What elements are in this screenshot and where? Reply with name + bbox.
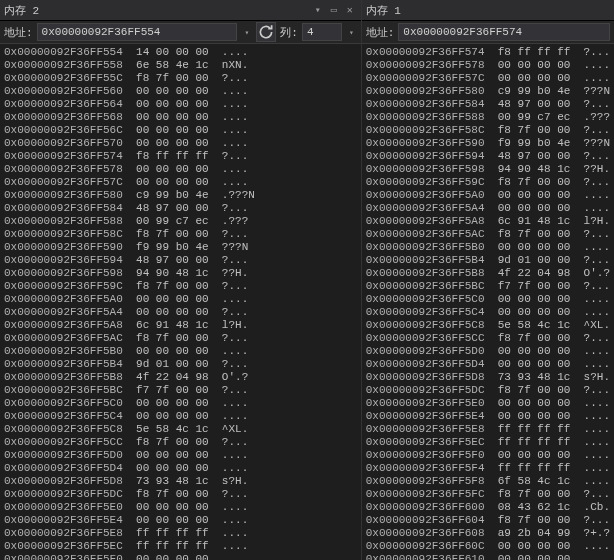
refresh-icon[interactable] [256,22,276,42]
address-input-1[interactable] [398,23,610,41]
memory-row[interactable]: 0x00000092F36FF608 a9 2b 04 99 ?+.? [366,527,610,540]
memory-row[interactable]: 0x00000092F36FF560 00 00 00 00 .... [4,85,357,98]
memory-row[interactable]: 0x00000092F36FF57C 00 00 00 00 .... [4,176,357,189]
memory-row[interactable]: 0x00000092F36FF59C f8 7f 00 00 ?... [366,176,610,189]
memory-row[interactable]: 0x00000092F36FF554 14 00 00 00 .... [4,46,357,59]
memory-row[interactable]: 0x00000092F36FF5B0 00 00 00 00 .... [366,241,610,254]
memory-pane-1: 内存 1 地址: 0x00000092F36FF574 f8 ff ff ff … [362,0,614,560]
memory-row[interactable]: 0x00000092F36FF5F0 00 00 00 00 .... [4,553,357,560]
memory-row[interactable]: 0x00000092F36FF588 00 99 c7 ec .??? [366,111,610,124]
memory-row[interactable]: 0x00000092F36FF5D4 00 00 00 00 .... [4,462,357,475]
memory-row[interactable]: 0x00000092F36FF5C4 00 00 00 00 .... [4,410,357,423]
memory-row[interactable]: 0x00000092F36FF5B8 4f 22 04 98 O'.? [4,371,357,384]
memory-row[interactable]: 0x00000092F36FF594 48 97 00 00 ?... [366,150,610,163]
memory-row[interactable]: 0x00000092F36FF5E0 00 00 00 00 .... [4,501,357,514]
memory-row[interactable]: 0x00000092F36FF5C8 5e 58 4c 1c ^XL. [4,423,357,436]
memory-row[interactable]: 0x00000092F36FF598 94 90 48 1c ??H. [4,267,357,280]
memory-row[interactable]: 0x00000092F36FF5C4 00 00 00 00 .... [366,306,610,319]
memory-row[interactable]: 0x00000092F36FF56C 00 00 00 00 .... [4,124,357,137]
memory-row[interactable]: 0x00000092F36FF570 00 00 00 00 .... [4,137,357,150]
memory-row[interactable]: 0x00000092F36FF574 f8 ff ff ff ?... [366,46,610,59]
memory-row[interactable]: 0x00000092F36FF5C8 5e 58 4c 1c ^XL. [366,319,610,332]
memory-row[interactable]: 0x00000092F36FF5A8 6c 91 48 1c l?H. [4,319,357,332]
memory-row[interactable]: 0x00000092F36FF580 c9 99 b0 4e .???N [4,189,357,202]
memory-row[interactable]: 0x00000092F36FF58C f8 7f 00 00 ?... [366,124,610,137]
memory-row[interactable]: 0x00000092F36FF5B4 9d 01 00 00 ?... [4,358,357,371]
memory-row[interactable]: 0x00000092F36FF578 00 00 00 00 .... [4,163,357,176]
memory-row[interactable]: 0x00000092F36FF574 f8 ff ff ff ?... [4,150,357,163]
memory-row[interactable]: 0x00000092F36FF5F4 ff ff ff ff .... [366,462,610,475]
memory-row[interactable]: 0x00000092F36FF5A8 6c 91 48 1c l?H. [366,215,610,228]
memory-row[interactable]: 0x00000092F36FF568 00 00 00 00 .... [4,111,357,124]
memory-row[interactable]: 0x00000092F36FF600 08 43 62 1c .Cb. [366,501,610,514]
memory-row[interactable]: 0x00000092F36FF5D8 73 93 48 1c s?H. [4,475,357,488]
memory-row[interactable]: 0x00000092F36FF5E8 ff ff ff ff .... [4,527,357,540]
memory-row[interactable]: 0x00000092F36FF5A0 00 00 00 00 .... [366,189,610,202]
memory-grid-2[interactable]: 0x00000092F36FF554 14 00 00 00 ....0x000… [0,44,361,560]
memory-row[interactable]: 0x00000092F36FF5D0 00 00 00 00 .... [4,449,357,462]
memory-grid-1[interactable]: 0x00000092F36FF574 f8 ff ff ff ?...0x000… [362,44,614,560]
memory-row[interactable]: 0x00000092F36FF5C0 00 00 00 00 .... [4,397,357,410]
memory-row[interactable]: 0x00000092F36FF5AC f8 7f 00 00 ?... [366,228,610,241]
memory-row[interactable]: 0x00000092F36FF5AC f8 7f 00 00 ?... [4,332,357,345]
memory-row[interactable]: 0x00000092F36FF598 94 90 48 1c ??H. [366,163,610,176]
pane-title-1: 内存 1 [366,3,610,18]
memory-row[interactable]: 0x00000092F36FF60C 00 00 00 00 .... [366,540,610,553]
address-input-2[interactable] [37,23,238,41]
memory-row[interactable]: 0x00000092F36FF584 48 97 00 00 ?... [366,98,610,111]
memory-row[interactable]: 0x00000092F36FF5FC f8 7f 00 00 ?... [366,488,610,501]
memory-row[interactable]: 0x00000092F36FF5F8 6f 58 4c 1c .... [366,475,610,488]
memory-row[interactable]: 0x00000092F36FF590 f9 99 b0 4e ???N [4,241,357,254]
memory-row[interactable]: 0x00000092F36FF5DC f8 7f 00 00 ?... [4,488,357,501]
dropdown-icon[interactable]: ▾ [311,3,325,17]
memory-row[interactable]: 0x00000092F36FF564 00 00 00 00 .... [4,98,357,111]
memory-row[interactable]: 0x00000092F36FF604 f8 7f 00 00 ?... [366,514,610,527]
address-label-1: 地址: [366,25,395,40]
memory-row[interactable]: 0x00000092F36FF5A4 00 00 00 00 ?... [4,306,357,319]
memory-row[interactable]: 0x00000092F36FF58C f8 7f 00 00 ?... [4,228,357,241]
memory-row[interactable]: 0x00000092F36FF5F0 00 00 00 00 .... [366,449,610,462]
memory-row[interactable]: 0x00000092F36FF55C f8 7f 00 00 ?... [4,72,357,85]
maximize-icon[interactable]: ▭ [327,3,341,17]
address-bar-2: 地址: ▾ 列: ▾ [0,21,361,44]
memory-row[interactable]: 0x00000092F36FF5B8 4f 22 04 98 O'.? [366,267,610,280]
memory-row[interactable]: 0x00000092F36FF5BC f7 7f 00 00 ?... [366,280,610,293]
memory-row[interactable]: 0x00000092F36FF5BC f7 7f 00 00 ?... [4,384,357,397]
memory-row[interactable]: 0x00000092F36FF5E0 00 00 00 00 .... [366,397,610,410]
memory-row[interactable]: 0x00000092F36FF5D0 00 00 00 00 .... [366,345,610,358]
memory-row[interactable]: 0x00000092F36FF5A4 00 00 00 00 .... [366,202,610,215]
memory-row[interactable]: 0x00000092F36FF578 00 00 00 00 .... [366,59,610,72]
memory-row[interactable]: 0x00000092F36FF558 6e 58 4e 1c nXN. [4,59,357,72]
memory-row[interactable]: 0x00000092F36FF610 00 00 00 00 .... [366,553,610,560]
close-icon[interactable]: ✕ [343,3,357,17]
memory-row[interactable]: 0x00000092F36FF584 48 97 00 00 ?... [4,202,357,215]
memory-row[interactable]: 0x00000092F36FF588 00 99 c7 ec .??? [4,215,357,228]
memory-row[interactable]: 0x00000092F36FF5D8 73 93 48 1c s?H. [366,371,610,384]
memory-row[interactable]: 0x00000092F36FF57C 00 00 00 00 .... [366,72,610,85]
memory-row[interactable]: 0x00000092F36FF5E4 00 00 00 00 .... [4,514,357,527]
memory-row[interactable]: 0x00000092F36FF5EC ff ff ff ff .... [4,540,357,553]
memory-row[interactable]: 0x00000092F36FF5C0 00 00 00 00 .... [366,293,610,306]
memory-row[interactable]: 0x00000092F36FF5B4 9d 01 00 00 ?... [366,254,610,267]
chevron-down-icon[interactable]: ▾ [346,28,357,37]
memory-row[interactable]: 0x00000092F36FF5A0 00 00 00 00 .... [4,293,357,306]
memory-row[interactable]: 0x00000092F36FF5DC f8 7f 00 00 ?... [366,384,610,397]
chevron-down-icon[interactable]: ▾ [241,28,252,37]
memory-row[interactable]: 0x00000092F36FF590 f9 99 b0 4e ???N [366,137,610,150]
title-bar-1[interactable]: 内存 1 [362,0,614,21]
memory-row[interactable]: 0x00000092F36FF5CC f8 7f 00 00 ?... [4,436,357,449]
memory-row[interactable]: 0x00000092F36FF594 48 97 00 00 ?... [4,254,357,267]
memory-row[interactable]: 0x00000092F36FF5E8 ff ff ff ff .... [366,423,610,436]
memory-row[interactable]: 0x00000092F36FF5CC f8 7f 00 00 ?... [366,332,610,345]
memory-pane-2: 内存 2 ▾ ▭ ✕ 地址: ▾ 列: ▾ 0x00000092F36FF554… [0,0,362,560]
columns-input-2[interactable] [302,23,342,41]
memory-row[interactable]: 0x00000092F36FF5D4 00 00 00 00 .... [366,358,610,371]
memory-row[interactable]: 0x00000092F36FF5E4 00 00 00 00 .... [366,410,610,423]
title-bar-2[interactable]: 内存 2 ▾ ▭ ✕ [0,0,361,21]
memory-row[interactable]: 0x00000092F36FF580 c9 99 b0 4e ???N [366,85,610,98]
memory-row[interactable]: 0x00000092F36FF5B0 00 00 00 00 .... [4,345,357,358]
root: 内存 2 ▾ ▭ ✕ 地址: ▾ 列: ▾ 0x00000092F36FF554… [0,0,614,560]
memory-row[interactable]: 0x00000092F36FF59C f8 7f 00 00 ?... [4,280,357,293]
pane-title-2: 内存 2 [4,3,311,18]
memory-row[interactable]: 0x00000092F36FF5EC ff ff ff ff .... [366,436,610,449]
